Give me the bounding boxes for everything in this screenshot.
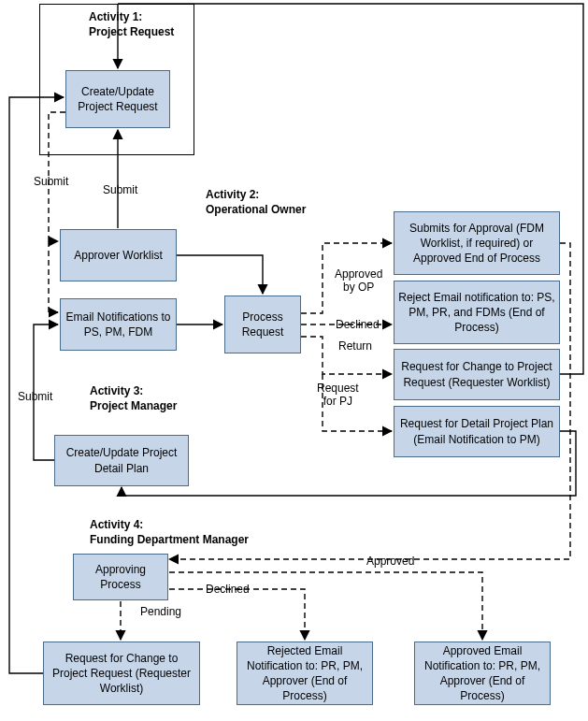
box-label: Email Notifications to PS, PM, FDM xyxy=(65,310,172,339)
box-label: Approving Process xyxy=(78,562,164,592)
label-submit-left: Submit xyxy=(32,175,70,188)
label-return: Return xyxy=(337,339,374,353)
create-update-project-request: Create/Update Project Request xyxy=(65,70,170,128)
rejected-notification: Rejected Email Notification to: PR, PM, … xyxy=(237,642,373,705)
request-for-change-fdm: Request for Change to Project Request (R… xyxy=(43,642,200,705)
activity1-title: Activity 1: Project Request xyxy=(89,9,174,39)
label-submit-mid: Submit xyxy=(101,183,139,196)
box-label: Rejected Email Notification to: PR, PM, … xyxy=(241,643,368,704)
box-label: Create/Update Project Detail Plan xyxy=(59,445,184,475)
box-label: Request for Change to Project Request (R… xyxy=(48,651,195,697)
box-label: Request for Detail Project Plan (Email N… xyxy=(398,416,555,446)
process-request: Process Request xyxy=(224,296,301,353)
box-label: Approver Worklist xyxy=(74,248,162,263)
label-approved-by-op: Approved by OP xyxy=(333,267,384,295)
box-label: Create/Update Project Request xyxy=(70,84,165,114)
label-approved: Approved xyxy=(365,555,416,568)
create-update-detail-plan: Create/Update Project Detail Plan xyxy=(54,435,189,486)
label-declined-fdm: Declined xyxy=(204,583,251,596)
activity3-title: Activity 3: Project Manager xyxy=(90,383,177,413)
box-label: Reject Email notification to: PS, PM, PR… xyxy=(398,290,555,336)
email-notifications: Email Notifications to PS, PM, FDM xyxy=(60,298,177,351)
box-label: Request for Change to Project Request (R… xyxy=(398,359,555,389)
submits-for-approval: Submits for Approval (FDM Worklist, if r… xyxy=(394,211,560,275)
approver-worklist: Approver Worklist xyxy=(60,229,177,281)
box-label: Approved Email Notification to: PR, PM, … xyxy=(419,643,546,704)
activity2-title: Activity 2: Operational Owner xyxy=(206,187,306,217)
approved-notification: Approved Email Notification to: PR, PM, … xyxy=(414,642,551,705)
label-declined: Declined xyxy=(334,318,381,331)
box-label: Submits for Approval (FDM Worklist, if r… xyxy=(398,221,555,267)
approving-process: Approving Process xyxy=(73,554,168,600)
reject-notification: Reject Email notification to: PS, PM, PR… xyxy=(394,281,560,344)
request-for-change: Request for Change to Project Request (R… xyxy=(394,349,560,400)
label-submit-act3: Submit xyxy=(16,390,54,403)
box-label: Process Request xyxy=(229,310,296,339)
label-pending: Pending xyxy=(138,605,183,618)
label-request-for-pj: Request for PJ xyxy=(315,382,361,409)
activity4-title: Activity 4: Funding Department Manager xyxy=(90,517,249,547)
request-for-detail-plan: Request for Detail Project Plan (Email N… xyxy=(394,406,560,457)
